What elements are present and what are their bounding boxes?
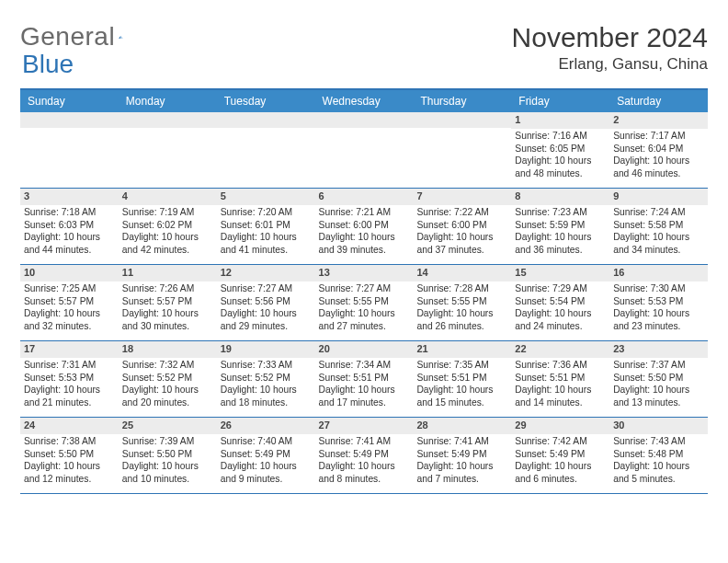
daylight-text: and 39 minutes.: [319, 245, 410, 257]
sunset-text: Sunset: 6:00 PM: [416, 220, 507, 232]
sunset-text: Sunset: 5:48 PM: [613, 449, 704, 461]
day-number: 3: [20, 189, 119, 205]
daylight-text: Daylight: 10 hours: [221, 461, 312, 473]
day-number: 18: [119, 341, 217, 358]
daylight-text: Daylight: 10 hours: [24, 461, 115, 473]
daylight-text: and 24 minutes.: [515, 321, 606, 333]
sunrise-text: Sunrise: 7:22 AM: [416, 207, 507, 219]
daylight-text: and 32 minutes.: [24, 321, 115, 333]
daylight-text: Daylight: 10 hours: [515, 155, 606, 167]
calendar-day: 15Sunrise: 7:29 AMSunset: 5:54 PMDayligh…: [511, 265, 609, 340]
day-number: [315, 112, 414, 128]
sunset-text: Sunset: 5:50 PM: [122, 449, 213, 461]
sunrise-text: Sunrise: 7:27 AM: [221, 283, 312, 295]
calendar-day: 5Sunrise: 7:20 AMSunset: 6:01 PMDaylight…: [217, 189, 315, 264]
day-sun-info: Sunrise: 7:33 AMSunset: 5:52 PMDaylight:…: [221, 360, 312, 409]
brand-part1: General: [20, 22, 115, 52]
daylight-text: Daylight: 10 hours: [416, 308, 507, 320]
day-sun-info: Sunrise: 7:32 AMSunset: 5:52 PMDaylight:…: [122, 360, 213, 409]
calendar-day: [119, 112, 217, 188]
sunrise-text: Sunrise: 7:42 AM: [515, 436, 606, 448]
day-number: 13: [315, 265, 414, 282]
sunrise-text: Sunrise: 7:39 AM: [122, 436, 213, 448]
day-number: 6: [315, 189, 414, 205]
daylight-text: Daylight: 10 hours: [416, 385, 507, 396]
day-sun-info: Sunrise: 7:20 AMSunset: 6:01 PMDaylight:…: [221, 207, 312, 257]
day-number: 20: [315, 341, 414, 358]
sunset-text: Sunset: 5:55 PM: [416, 296, 507, 308]
day-sun-info: Sunrise: 7:41 AMSunset: 5:49 PMDaylight:…: [416, 436, 507, 486]
calendar-day: 29Sunrise: 7:42 AMSunset: 5:49 PMDayligh…: [511, 418, 609, 493]
sunset-text: Sunset: 6:03 PM: [24, 220, 115, 232]
day-number: 16: [609, 265, 708, 282]
sunrise-text: Sunrise: 7:31 AM: [24, 360, 115, 372]
month-title: November 2024: [512, 22, 708, 53]
calendar-day: 10Sunrise: 7:25 AMSunset: 5:57 PMDayligh…: [20, 265, 119, 340]
calendar-grid: SundayMondayTuesdayWednesdayThursdayFrid…: [20, 88, 708, 494]
daylight-text: Daylight: 10 hours: [515, 385, 606, 396]
sunrise-text: Sunrise: 7:23 AM: [515, 207, 606, 219]
calendar-week: 24Sunrise: 7:38 AMSunset: 5:50 PMDayligh…: [20, 418, 708, 494]
calendar-day: 4Sunrise: 7:19 AMSunset: 6:02 PMDaylight…: [119, 189, 217, 264]
day-number: 15: [511, 265, 609, 282]
daylight-text: Daylight: 10 hours: [515, 461, 606, 473]
day-number: 19: [217, 341, 315, 358]
sunrise-text: Sunrise: 7:24 AM: [613, 207, 704, 219]
sunrise-text: Sunrise: 7:28 AM: [416, 283, 507, 295]
day-number: 25: [119, 418, 217, 434]
daylight-text: Daylight: 10 hours: [24, 308, 115, 320]
day-sun-info: Sunrise: 7:31 AMSunset: 5:53 PMDaylight:…: [24, 360, 115, 409]
day-sun-info: Sunrise: 7:37 AMSunset: 5:50 PMDaylight:…: [613, 360, 704, 409]
calendar-week: 17Sunrise: 7:31 AMSunset: 5:53 PMDayligh…: [20, 341, 708, 418]
daylight-text: and 26 minutes.: [416, 321, 507, 333]
calendar-day: 27Sunrise: 7:41 AMSunset: 5:49 PMDayligh…: [315, 418, 414, 493]
day-sun-info: Sunrise: 7:43 AMSunset: 5:48 PMDaylight:…: [613, 436, 704, 486]
calendar-day: 17Sunrise: 7:31 AMSunset: 5:53 PMDayligh…: [20, 341, 119, 417]
daylight-text: and 44 minutes.: [24, 245, 115, 257]
day-number: 24: [20, 418, 119, 434]
daylight-text: and 14 minutes.: [515, 397, 606, 409]
daylight-text: and 13 minutes.: [613, 397, 704, 409]
sunrise-text: Sunrise: 7:20 AM: [221, 207, 312, 219]
day-sun-info: Sunrise: 7:29 AMSunset: 5:54 PMDaylight:…: [515, 283, 606, 333]
sunset-text: Sunset: 5:59 PM: [515, 220, 606, 232]
day-sun-info: Sunrise: 7:28 AMSunset: 5:55 PMDaylight:…: [416, 283, 507, 333]
day-sun-info: Sunrise: 7:24 AMSunset: 5:58 PMDaylight:…: [613, 207, 704, 257]
sunrise-text: Sunrise: 7:41 AM: [319, 436, 410, 448]
calendar-week: 10Sunrise: 7:25 AMSunset: 5:57 PMDayligh…: [20, 265, 708, 341]
weekday-header-row: SundayMondayTuesdayWednesdayThursdayFrid…: [20, 90, 708, 112]
day-number: 23: [609, 341, 708, 358]
day-sun-info: Sunrise: 7:35 AMSunset: 5:51 PMDaylight:…: [416, 360, 507, 409]
calendar-day: [413, 112, 511, 188]
sunset-text: Sunset: 5:52 PM: [122, 373, 213, 385]
day-number: 14: [413, 265, 511, 282]
day-number: 7: [413, 189, 511, 205]
sunrise-text: Sunrise: 7:30 AM: [613, 283, 704, 295]
calendar-day: 25Sunrise: 7:39 AMSunset: 5:50 PMDayligh…: [119, 418, 217, 493]
daylight-text: and 20 minutes.: [122, 397, 213, 409]
weekday-header: Thursday: [413, 90, 511, 112]
calendar-day: 9Sunrise: 7:24 AMSunset: 5:58 PMDaylight…: [609, 189, 708, 264]
day-number: 17: [20, 341, 119, 358]
daylight-text: and 29 minutes.: [221, 321, 312, 333]
day-number: [217, 112, 315, 128]
daylight-text: Daylight: 10 hours: [24, 385, 115, 396]
sunrise-text: Sunrise: 7:27 AM: [319, 283, 410, 295]
calendar-day: 24Sunrise: 7:38 AMSunset: 5:50 PMDayligh…: [20, 418, 119, 493]
sunrise-text: Sunrise: 7:32 AM: [122, 360, 213, 372]
daylight-text: Daylight: 10 hours: [613, 308, 704, 320]
calendar-day: [217, 112, 315, 188]
sunset-text: Sunset: 5:57 PM: [24, 296, 115, 308]
daylight-text: Daylight: 10 hours: [122, 461, 213, 473]
sunset-text: Sunset: 5:58 PM: [613, 220, 704, 232]
day-sun-info: Sunrise: 7:19 AMSunset: 6:02 PMDaylight:…: [122, 207, 213, 257]
day-sun-info: Sunrise: 7:27 AMSunset: 5:55 PMDaylight:…: [319, 283, 410, 333]
brand-logo: General: [20, 22, 146, 52]
calendar-day: 8Sunrise: 7:23 AMSunset: 5:59 PMDaylight…: [511, 189, 609, 264]
calendar-day: 28Sunrise: 7:41 AMSunset: 5:49 PMDayligh…: [413, 418, 511, 493]
brand-part2: Blue: [22, 50, 74, 78]
day-number: [20, 112, 119, 128]
daylight-text: Daylight: 10 hours: [613, 155, 704, 167]
day-sun-info: Sunrise: 7:34 AMSunset: 5:51 PMDaylight:…: [319, 360, 410, 409]
daylight-text: and 27 minutes.: [319, 321, 410, 333]
